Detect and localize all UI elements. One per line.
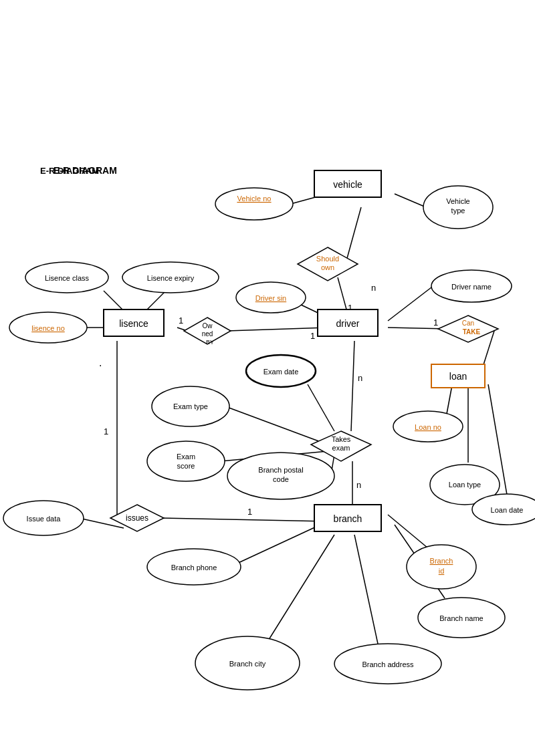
rel-owned-by-label2: ned <box>202 330 213 338</box>
svg-line-1 <box>395 194 426 207</box>
svg-line-17 <box>308 384 334 431</box>
label-n-should-own: n <box>371 283 376 293</box>
attr-branch-city-label: Branch city <box>229 660 266 668</box>
svg-line-15 <box>225 406 328 445</box>
label-n-driver-takes: n <box>358 373 362 383</box>
svg-line-24 <box>354 535 378 644</box>
attr-vehicle-type-label: Vehicle <box>446 197 469 205</box>
label-1-lisence-issues: 1 <box>104 426 108 436</box>
label-1-driver-owned: 1 <box>310 331 315 341</box>
rel-takes-exam-label: Takes <box>332 435 351 443</box>
attr-lisence-no-label: lisence no <box>31 324 65 332</box>
entity-loan-label: loan <box>449 371 467 382</box>
rel-owned-by-label: Ow <box>203 322 213 330</box>
svg-line-23 <box>268 535 334 642</box>
er-diagram: n 1 1 1 1 n n <box>0 0 535 756</box>
rel-takes-exam-label2: exam <box>332 444 350 452</box>
svg-line-28 <box>160 518 328 521</box>
entity-driver-label: driver <box>336 318 359 329</box>
attr-exam-score <box>147 441 225 481</box>
svg-line-2 <box>346 207 361 261</box>
rel-owned-by-label3: BY <box>206 339 214 346</box>
attr-vehicle-no-label: Vehicle no <box>237 195 272 203</box>
attr-branch-postal-label: Branch postal <box>258 466 303 474</box>
attr-loan-type-label: Loan type <box>449 481 481 489</box>
attr-vehicle-no <box>215 188 293 220</box>
attr-branch-phone-label: Branch phone <box>171 563 217 572</box>
rel-can-take-label2: TAKE <box>463 328 481 336</box>
label-1-issues-branch: 1 <box>247 507 252 517</box>
attr-branch-postal-label2: code <box>273 475 289 483</box>
attr-lisence-class-label: Lisence class <box>45 274 90 282</box>
dot-label: · <box>99 360 102 371</box>
entity-branch-label: branch <box>334 513 362 524</box>
attr-exam-type-label: Exam type <box>173 402 208 410</box>
attr-loan-date-label: Loan date <box>491 506 524 514</box>
attr-driver-name-label: Driver name <box>451 283 492 291</box>
attr-branch-address-label: Branch address <box>362 660 414 668</box>
attr-loan-no-label: Loan no <box>415 423 441 431</box>
rel-can-take-label: Can <box>462 320 474 327</box>
attr-issue-data-label: Issue data <box>27 515 62 523</box>
svg-line-3 <box>338 277 348 314</box>
label-1-can-take: 1 <box>433 318 438 328</box>
attr-exam-date-label: Exam date <box>263 368 299 376</box>
svg-line-12 <box>147 291 166 309</box>
entity-lisence-label: lisence <box>119 318 148 329</box>
rel-should-own-label: Should <box>316 255 339 263</box>
label-1-owned-lisence: 1 <box>179 316 183 326</box>
attr-driver-sin-label: Driver sin <box>255 294 286 302</box>
attr-exam-score-label: Exam <box>177 453 195 461</box>
attr-exam-score-label2: score <box>177 462 195 470</box>
label-n-takes-branch: n <box>356 480 361 490</box>
svg-line-25 <box>388 515 428 548</box>
svg-line-13 <box>351 341 354 431</box>
attr-branch-id-label2: id <box>439 567 445 575</box>
attr-lisence-expiry-label: Lisence expiry <box>147 274 195 282</box>
diagram-title: E-R DIAGRAM <box>40 166 99 176</box>
svg-line-4 <box>388 287 431 321</box>
attr-branch-id-label: Branch <box>430 557 453 565</box>
rel-should-own-label2: own <box>321 263 334 271</box>
rel-issues-label: issues <box>126 513 148 523</box>
attr-vehicle-type-label2: type <box>451 207 465 215</box>
entity-vehicle-label: vehicle <box>333 179 362 190</box>
attr-branch-name-label: Branch name <box>439 614 483 622</box>
